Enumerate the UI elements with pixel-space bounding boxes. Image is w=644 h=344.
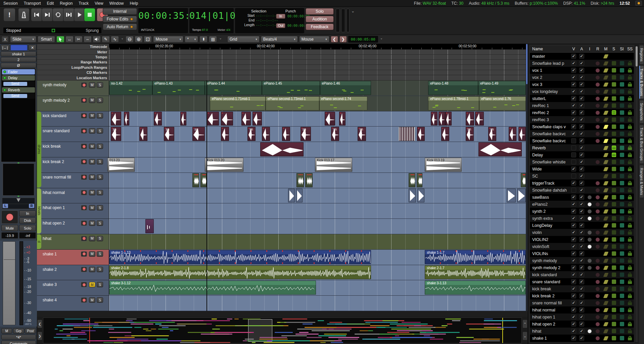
- track-record-button[interactable]: [81, 267, 87, 272]
- column-header-v[interactable]: V: [569, 47, 578, 51]
- active-checkbox[interactable]: ✓: [579, 117, 584, 122]
- track-record-button[interactable]: [81, 220, 87, 226]
- track-list-row-kick-break[interactable]: kick break✓✓: [530, 285, 634, 292]
- mute-state-icon[interactable]: [603, 118, 608, 122]
- active-checkbox[interactable]: ✓: [579, 237, 584, 242]
- scroll-right-button[interactable]: ❯: [37, 332, 42, 340]
- track-list-row-synth-melody[interactable]: synth melody✓✓: [530, 257, 634, 264]
- comments-button[interactable]: Comments: [1, 341, 36, 344]
- track-name[interactable]: hihat normal: [43, 190, 65, 195]
- solo-safe-lock-icon[interactable]: [628, 110, 632, 115]
- menu-region[interactable]: Region: [60, 1, 73, 6]
- visible-checkbox[interactable]: ✓: [571, 258, 576, 263]
- track-solo-button[interactable]: S: [97, 267, 103, 272]
- solo-isolate-icon[interactable]: [620, 167, 624, 171]
- active-checkbox[interactable]: ✓: [579, 258, 584, 263]
- solo-isolate-icon[interactable]: [620, 110, 624, 115]
- visible-checkbox[interactable]: ✓: [571, 279, 576, 284]
- track-name[interactable]: hihat: [43, 236, 51, 241]
- ruler-lane[interactable]: [109, 55, 526, 59]
- track-mute-button[interactable]: M: [89, 82, 95, 88]
- track-list-row-VIOLIN2[interactable]: VIOLIN2✓✓: [530, 236, 634, 243]
- region-013.23[interactable]: 013.23: [107, 158, 135, 172]
- solo-isolate-icon[interactable]: [620, 315, 624, 319]
- visible-checkbox[interactable]: ✓: [571, 82, 576, 87]
- active-checkbox[interactable]: ✓: [579, 174, 584, 179]
- track-header-kick-standard[interactable]: kick standardMS: [37, 111, 109, 127]
- record-state-icon[interactable]: [596, 245, 600, 249]
- track-list-row-sawBass[interactable]: sawBass✓✓: [530, 194, 634, 201]
- track-record-button[interactable]: [81, 282, 87, 287]
- ruler-lane[interactable]: [109, 60, 526, 64]
- tool-draw-button[interactable]: ✎: [102, 36, 110, 43]
- solo-state-icon[interactable]: [612, 280, 616, 284]
- mute-state-icon[interactable]: [603, 174, 608, 178]
- solo-isolate-icon[interactable]: [620, 244, 624, 249]
- region[interactable]: [466, 112, 474, 126]
- track-list-row-violinSoft[interactable]: violinSoft✓✓: [530, 243, 634, 250]
- solo-button[interactable]: Solo: [306, 8, 334, 15]
- visible-checkbox[interactable]: ✓: [571, 265, 576, 270]
- solo-isolate-icon[interactable]: [620, 294, 624, 298]
- goto-end-button[interactable]: [42, 8, 53, 21]
- tool-stretch-button[interactable]: ⇔: [84, 36, 92, 43]
- menu-view[interactable]: View: [95, 1, 103, 6]
- solo-state-icon[interactable]: [612, 273, 616, 277]
- mute-state-icon[interactable]: [603, 273, 608, 277]
- track-list-row-master[interactable]: master✓✓: [530, 53, 634, 60]
- track-list-row-kick-break-2[interactable]: kick break 2✓✓: [530, 292, 634, 299]
- punch-in-button[interactable]: In: [276, 14, 285, 19]
- track-solo-button[interactable]: S: [97, 220, 103, 226]
- track-name[interactable]: shake 2: [43, 267, 57, 272]
- stop-button[interactable]: [84, 8, 95, 21]
- region[interactable]: [260, 142, 304, 156]
- visible-checkbox[interactable]: ✓: [571, 61, 576, 66]
- track-mute-button[interactable]: M: [89, 267, 95, 272]
- track-name[interactable]: kick break: [43, 144, 61, 149]
- region[interactable]: [262, 127, 270, 141]
- track-lane[interactable]: no-1.42ePiano-1.43ePiano-1.44ePiano-1.45…: [109, 81, 526, 96]
- track-header-hihat[interactable]: hihatMS: [37, 234, 109, 250]
- track-list-row-violin[interactable]: violin✓✓: [530, 229, 634, 236]
- solo-safe-lock-icon[interactable]: [628, 287, 632, 291]
- region-sn[interactable]: sn: [111, 127, 121, 141]
- error-led-button[interactable]: [635, 1, 642, 6]
- visible-checkbox[interactable]: ✓: [571, 103, 576, 108]
- solo-safe-lock-icon[interactable]: [628, 132, 632, 136]
- solo-isolate-icon[interactable]: [620, 273, 624, 277]
- region-ePiano-1.43[interactable]: ePiano-1.43: [152, 81, 205, 95]
- track-header-shake-2[interactable]: shake 2MS: [37, 265, 109, 281]
- region-ePiano-second-1.78mid-1[interactable]: ePiano second-1.78mid-1: [428, 96, 479, 110]
- zoom-fit-button[interactable]: ⊡: [144, 36, 152, 43]
- solo-safe-lock-icon[interactable]: [628, 89, 632, 94]
- solo-isolate-icon[interactable]: [620, 89, 624, 94]
- track-lane[interactable]: [109, 234, 526, 250]
- record-state-icon[interactable]: [596, 181, 600, 185]
- solo-state-icon[interactable]: [612, 139, 616, 143]
- track-list-row-shake-1[interactable]: shake 1✓✓: [530, 335, 634, 342]
- active-checkbox[interactable]: ✓: [579, 96, 584, 101]
- track-list-row-synth-extra[interactable]: synth extra✓✓: [530, 215, 634, 222]
- track-lane[interactable]: shake 2-1.8shake 2-1.7: [109, 265, 526, 281]
- visible-checkbox[interactable]: ✓: [571, 251, 576, 256]
- visible-checkbox[interactable]: ✓: [571, 237, 576, 242]
- region[interactable]: [399, 127, 415, 141]
- region[interactable]: [417, 173, 423, 187]
- region[interactable]: [509, 127, 517, 141]
- zoom-preset-dropdown[interactable]: *▾: [185, 36, 198, 43]
- rulers[interactable]: Timecode00:02:35:0000:02:40:0000:02:45:0…: [37, 44, 528, 81]
- solo-isolate-icon[interactable]: [620, 287, 624, 291]
- track-name[interactable]: kick standard: [43, 113, 66, 118]
- solo-safe-lock-icon[interactable]: [628, 223, 632, 228]
- auto-return-button[interactable]: Auto Return: [103, 23, 137, 30]
- solo-state-icon[interactable]: [612, 287, 616, 291]
- input-monitor-button[interactable]: In: [19, 210, 36, 216]
- track-list-row-hihat[interactable]: hihat✓✓: [530, 328, 634, 335]
- track-list-row-hihat-open-1[interactable]: hihat open 1✓✓: [530, 313, 634, 321]
- solo-safe-lock-icon[interactable]: [628, 125, 632, 129]
- timecode-clock[interactable]: 00:00:35:25 INT/JACK: [138, 8, 188, 33]
- region[interactable]: [445, 112, 452, 126]
- solo-state-icon[interactable]: [612, 223, 616, 228]
- ruler-timecode[interactable]: 00:02:35:0000:02:40:0000:02:45:0000:02:5…: [109, 44, 526, 49]
- track-record-button[interactable]: [81, 236, 87, 241]
